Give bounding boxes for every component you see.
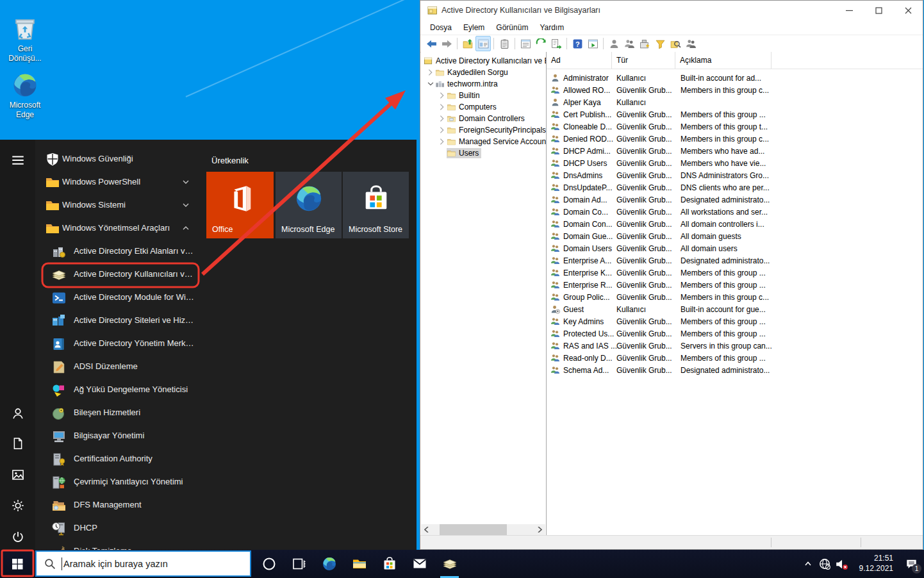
scroll-left-icon[interactable]: [421, 524, 432, 535]
table-row[interactable]: Domain Con...Güvenlik Grub...All domain …: [547, 218, 923, 230]
table-row[interactable]: Alper KayaKullanıcı: [547, 96, 923, 108]
table-row[interactable]: Key AdminsGüvenlik Grub...Members of thi…: [547, 315, 923, 327]
start-menu-item-16[interactable]: DHCP: [37, 517, 199, 540]
scrollbar-thumb[interactable]: [440, 524, 507, 535]
column-header-1[interactable]: Tür: [612, 52, 675, 69]
maximize-button[interactable]: [864, 1, 893, 20]
rail-hamburger-button[interactable]: [12, 154, 24, 167]
toolbar-create-ou-button[interactable]: [637, 36, 652, 51]
table-row[interactable]: Cert Publish...Güvenlik Grub...Members o…: [547, 108, 923, 120]
start-menu-item-5[interactable]: Active Directory Kullanıcıları ve Bilgi.…: [37, 263, 199, 286]
action-center-button[interactable]: 1: [898, 550, 924, 578]
start-menu-item-0[interactable]: Windows Güvenliği: [37, 148, 199, 171]
toolbar-new-window-button[interactable]: [585, 36, 600, 51]
start-menu-item-10[interactable]: Ağ Yükü Dengeleme Yöneticisi: [37, 379, 199, 402]
start-menu-item-4[interactable]: Active Directory Etki Alanları ve Güv...: [37, 240, 199, 263]
taskbar-aduc-button[interactable]: [434, 550, 465, 578]
scroll-right-icon[interactable]: [534, 524, 545, 535]
table-row[interactable]: Group Polic...Güvenlik Grub...Members in…: [547, 291, 923, 303]
table-row[interactable]: Enterprise A...Güvenlik Grub...Designate…: [547, 254, 923, 267]
network-globe-icon[interactable]: [816, 550, 833, 578]
tree-root[interactable]: Active Directory Kullanıcıları ve Bilgis…: [424, 55, 547, 67]
table-row[interactable]: Read-only D...Güvenlik Grub...Members of…: [547, 352, 923, 364]
tile-store[interactable]: Microsoft Store: [343, 172, 409, 238]
toolbar-export-list-button[interactable]: [549, 36, 564, 51]
table-row[interactable]: Domain Ad...Güvenlik Grub...Designated a…: [547, 194, 923, 206]
table-row[interactable]: DHCP Admi...Güvenlik Grub...Members who …: [547, 145, 923, 157]
start-menu-item-11[interactable]: Bileşen Hizmetleri: [37, 402, 199, 425]
tile-edge[interactable]: Microsoft Edge: [276, 172, 342, 238]
titlebar[interactable]: Active Directory Kullanıcıları ve Bilgis…: [420, 1, 923, 20]
table-row[interactable]: Enterprise R...Güvenlik Grub...Members o…: [547, 279, 923, 291]
volume-muted-icon[interactable]: [833, 550, 850, 578]
column-header-0[interactable]: Ad: [547, 52, 612, 69]
column-header-2[interactable]: Açıklama: [675, 52, 771, 69]
table-row[interactable]: Domain Co...Güvenlik Grub...All workstat…: [547, 206, 923, 218]
taskbar-cortana-button[interactable]: [254, 550, 284, 578]
table-row[interactable]: Domain Gue...Güvenlik Grub...All domain …: [547, 230, 923, 242]
start-menu-item-15[interactable]: DFS Management: [37, 494, 199, 517]
toolbar-refresh-button[interactable]: [533, 36, 549, 51]
table-row[interactable]: DHCP UsersGüvenlik Grub...Members who ha…: [547, 157, 923, 169]
close-button[interactable]: [893, 1, 923, 20]
taskbar-store-button[interactable]: [374, 550, 404, 578]
table-row[interactable]: Domain UsersGüvenlik Grub...All domain u…: [547, 242, 923, 254]
taskbar-file-explorer-button[interactable]: [344, 550, 374, 578]
table-row[interactable]: DnsUpdateP...Güvenlik Grub...DNS clients…: [547, 181, 923, 194]
table-row[interactable]: Enterprise K...Güvenlik Grub...Members o…: [547, 267, 923, 279]
table-row[interactable]: DnsAdminsGüvenlik Grub...DNS Administrat…: [547, 169, 923, 181]
start-menu-item-2[interactable]: Windows Sistemi: [37, 194, 199, 217]
scrollbar-track[interactable]: [432, 524, 534, 535]
menu-eylem[interactable]: Eylem: [458, 23, 490, 32]
toolbar-forward-button[interactable]: [439, 36, 454, 51]
rail-documents-button[interactable]: [12, 437, 24, 450]
tree-item-domain-controllers[interactable]: Domain Controllers: [438, 113, 525, 124]
toolbar-create-group-button[interactable]: [622, 36, 637, 51]
table-row[interactable]: Denied ROD...Güvenlik Grub...Members in …: [547, 133, 923, 145]
rail-account-button[interactable]: [12, 407, 24, 420]
taskbar-search-input[interactable]: Aramak için buraya yazın: [35, 550, 251, 577]
table-row[interactable]: AdministratorKullanıcıBuilt-in account f…: [547, 72, 923, 84]
table-row[interactable]: Cloneable D...Güvenlik Grub...Members of…: [547, 120, 923, 133]
rail-pictures-button[interactable]: [12, 468, 24, 481]
taskbar-task-view-button[interactable]: [284, 550, 314, 578]
tree-item-kaydedilen-sorgu[interactable]: Kaydedilen Sorgu: [426, 67, 508, 78]
taskbar-mail-button[interactable]: [404, 550, 434, 578]
tree-item-users[interactable]: Users: [438, 147, 481, 159]
menu-dosya[interactable]: Dosya: [424, 23, 458, 32]
toolbar-filter-button[interactable]: [652, 36, 668, 51]
start-menu-item-12[interactable]: Bilgisayar Yönetimi: [37, 425, 199, 448]
start-menu-item-7[interactable]: Active Directory Siteleri ve Hizmetleri: [37, 310, 199, 333]
start-menu-item-14[interactable]: Çevrimiçi Yanıtlayıcı Yönetimi: [37, 471, 199, 494]
start-menu-item-9[interactable]: ADSI Düzenleme: [37, 356, 199, 379]
start-menu-item-13[interactable]: Certification Authority: [37, 448, 199, 471]
taskbar-edge-button[interactable]: [314, 550, 344, 578]
toolbar-up-level-button[interactable]: [460, 36, 475, 51]
toolbar-create-user-button[interactable]: [606, 36, 622, 51]
start-menu-item-6[interactable]: Active Directory Module for Windo...: [37, 286, 199, 310]
rail-settings-button[interactable]: [12, 499, 24, 512]
tree-item-builtin[interactable]: Builtin: [438, 90, 480, 101]
tree-item-techworm-intra[interactable]: techworm.intra: [426, 78, 498, 90]
start-menu-item-1[interactable]: Windows PowerShell: [37, 171, 199, 194]
table-row[interactable]: RAS and IAS ...Güvenlik Grub...Servers i…: [547, 340, 923, 352]
taskbar-clock[interactable]: 21:51 9.12.2021: [852, 554, 893, 574]
toolbar-special-group-button[interactable]: [683, 36, 698, 51]
table-row[interactable]: Schema Ad...Güvenlik Grub...Designated a…: [547, 364, 923, 376]
tree-item-managed-service-accounts[interactable]: Managed Service Accounts: [438, 136, 547, 147]
tree-item-computers[interactable]: Computers: [438, 101, 497, 113]
toolbar-clipboard-button[interactable]: [497, 36, 512, 51]
table-row[interactable]: GuestKullanıcıBuilt-in account for gue..…: [547, 303, 923, 315]
table-row[interactable]: Protected Us...Güvenlik Grub...Members o…: [547, 327, 923, 340]
toolbar-help-button[interactable]: ?: [570, 36, 585, 51]
tray-chevron-up-icon[interactable]: [800, 550, 816, 578]
toolbar-properties-button[interactable]: [518, 36, 533, 51]
toolbar-show-console-tree-button[interactable]: [475, 36, 491, 51]
desktop-icon-recycle-bin[interactable]: Geri Dönüşü...: [4, 15, 46, 63]
tree-horizontal-scrollbar[interactable]: [421, 524, 545, 535]
start-button[interactable]: [0, 550, 35, 578]
table-row[interactable]: Allowed RO...Güvenlik Grub...Members in …: [547, 84, 923, 96]
start-menu-item-8[interactable]: Active Directory Yönetim Merkezi: [37, 333, 199, 356]
menu-görünüm[interactable]: Görünüm: [490, 23, 534, 32]
minimize-button[interactable]: [834, 1, 864, 20]
